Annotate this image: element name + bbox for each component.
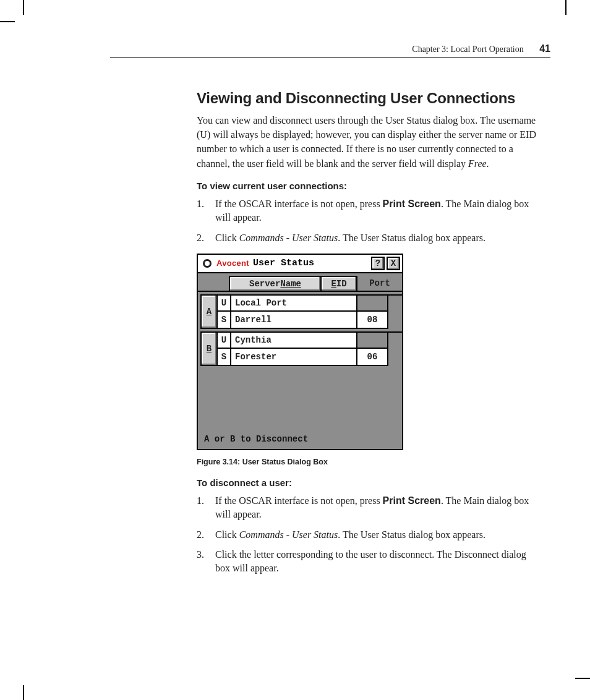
dialog-titlebar: Avocent User Status ? X (198, 255, 402, 273)
row-type: U (218, 333, 231, 349)
table-row: S Forester 06 (218, 349, 402, 366)
step-number: 1. (197, 494, 204, 508)
crop-mark (23, 685, 24, 700)
row-name: Darrell (231, 312, 357, 329)
list-item: 2. Click Commands - User Status. The Use… (197, 231, 543, 245)
crop-mark (575, 678, 590, 679)
row-name: Local Port (231, 296, 357, 312)
intro-free: Free (468, 158, 487, 169)
row-type: U (218, 296, 231, 312)
step-number: 3. (197, 548, 204, 561)
disconnect-heading: To disconnect a user: (197, 477, 543, 488)
table-row: U Cynthia (218, 331, 402, 349)
disconnect-b-button[interactable]: B (200, 331, 218, 366)
step-text: Click the letter corresponding to the us… (215, 549, 526, 573)
step-text: Click (215, 233, 239, 243)
table-row: U Local Port (218, 294, 402, 312)
step-number: 1. (197, 197, 204, 211)
disconnect-a-button[interactable]: A (200, 294, 218, 329)
dialog-footer-hint: A or B to Disconnect (198, 366, 402, 449)
section-title: Viewing and Disconnecting User Connectio… (197, 90, 543, 107)
row-name: Cynthia (231, 333, 357, 349)
row-type: S (218, 349, 231, 366)
step-number: 2. (197, 231, 204, 245)
figure-caption: Figure 3.14: User Status Dialog Box (197, 458, 543, 466)
header-rule (110, 57, 550, 58)
step-italic: Commands - User Status (239, 529, 338, 540)
row-port (357, 333, 388, 349)
help-button[interactable]: ? (371, 257, 385, 270)
list-item: 1. If the OSCAR interface is not open, p… (197, 494, 543, 522)
column-eid-tab[interactable]: EID (320, 276, 357, 291)
table-row: S Darrell 08 (218, 312, 402, 329)
step-bold: Print Screen (383, 495, 441, 506)
running-header-chapter: Chapter 3: Local Port Operation (412, 45, 523, 54)
help-icon: ? (375, 258, 380, 268)
disconnect-steps: 1. If the OSCAR interface is not open, p… (197, 494, 543, 576)
crop-mark (23, 0, 24, 15)
page-number: 41 (539, 43, 550, 54)
step-italic: Commands - User Status (239, 233, 338, 243)
letter-a: A (207, 307, 212, 317)
user-status-dialog: Avocent User Status ? X Server Name EID (197, 254, 403, 450)
figure-user-status-dialog: Avocent User Status ? X Server Name EID (197, 254, 543, 450)
step-bold: Print Screen (383, 198, 441, 209)
view-heading: To view current user connections: (197, 181, 543, 191)
intro-paragraph: You can view and disconnect users throug… (197, 113, 543, 171)
dialog-title: User Status (253, 258, 371, 268)
step-text: . The User Status dialog box appears. (338, 529, 485, 540)
close-icon: X (391, 258, 396, 268)
step-text: Click (215, 529, 239, 540)
intro-text-b: . (487, 158, 489, 169)
close-button[interactable]: X (387, 257, 400, 270)
list-item: 1. If the OSCAR interface is not open, p… (197, 197, 543, 225)
crop-mark (0, 21, 15, 22)
list-item: 2. Click Commands - User Status. The Use… (197, 528, 543, 542)
letter-b: B (207, 344, 212, 354)
col-eid-u: E (331, 279, 336, 289)
step-text: If the OSCAR interface is not open, pres… (215, 198, 383, 209)
avocent-logo-icon (200, 257, 214, 270)
col-server-prefix: Server (249, 279, 280, 289)
row-port: 06 (357, 349, 388, 366)
column-headers: Server Name EID Port (198, 273, 402, 292)
step-text: If the OSCAR interface is not open, pres… (215, 495, 383, 506)
crop-mark (565, 0, 566, 15)
brand-text: Avocent (216, 258, 249, 268)
col-name-label: Name (280, 279, 301, 289)
row-port: 08 (357, 312, 388, 329)
step-text: . The User Status dialog box appears. (338, 233, 485, 243)
view-steps: 1. If the OSCAR interface is not open, p… (197, 197, 543, 245)
column-port-label: Port (357, 276, 402, 291)
row-type: S (218, 312, 231, 329)
row-port (357, 296, 388, 312)
step-number: 2. (197, 528, 204, 542)
row-name: Forester (231, 349, 357, 366)
list-item: 3. Click the letter corresponding to the… (197, 548, 543, 576)
column-server-name-tab[interactable]: Server Name (229, 276, 322, 291)
